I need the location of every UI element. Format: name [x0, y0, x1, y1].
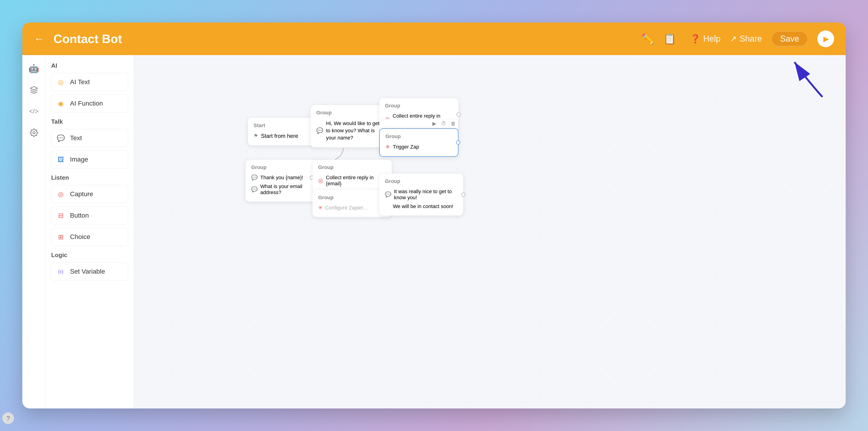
chat-icon-4b: 💬: [251, 187, 257, 193]
sidebar-item-code[interactable]: </>: [27, 105, 40, 118]
component-panel: AI ◎ AI Text ◉ AI Function Talk 💬 Text 🖼…: [45, 55, 134, 408]
component-ai-function-label: AI Function: [70, 100, 103, 107]
save-button[interactable]: Save: [771, 31, 808, 46]
help-button[interactable]: ❓ Help: [690, 34, 720, 44]
section-talk-label: Talk: [51, 118, 128, 125]
zapier-icon: ✳: [318, 205, 322, 211]
app-window: ← Contact Bot ✏️ 📋 ❓ Help ↗ Share Save 🤖: [22, 23, 846, 408]
header: ← Contact Bot ✏️ 📋 ❓ Help ↗ Share Save: [22, 23, 846, 55]
component-capture[interactable]: ◎ Capture: [51, 185, 128, 203]
group6-label: Group: [318, 195, 386, 201]
section-listen-label: Listen: [51, 174, 128, 181]
component-ai-text-label: AI Text: [70, 78, 90, 86]
image-icon: 🖼: [56, 155, 65, 164]
flag-icon: ⚑: [253, 133, 258, 139]
group7-label: Group: [385, 178, 458, 184]
edit-icon[interactable]: ✏️: [641, 33, 654, 45]
choice-icon: ⊞: [56, 232, 65, 241]
clock-action-icon[interactable]: ⏱: [441, 121, 446, 127]
main-area: 🤖 </> AI ◎ AI Text ◉ AI Function: [22, 55, 846, 408]
component-image[interactable]: 🖼 Image: [51, 151, 128, 169]
header-right: ❓ Help ↗ Share Save: [690, 30, 834, 47]
chat-icon-1: 💬: [316, 127, 323, 134]
sidebar-item-settings[interactable]: [27, 126, 40, 139]
component-set-variable-label: Set Variable: [70, 268, 105, 275]
ai-text-icon: ◎: [56, 77, 65, 87]
group7-row1: 💬 It was really nice to get to know you!: [385, 187, 458, 202]
ai-function-icon: ◉: [56, 99, 65, 108]
group2-label: Group: [385, 103, 453, 109]
group-node-3[interactable]: Group ✳ Trigger Zap: [379, 128, 458, 157]
chat-icon-4a: 💬: [251, 174, 257, 180]
group-node-7[interactable]: Group 💬 It was really nice to get to kno…: [379, 174, 463, 216]
section-logic-label: Logic: [51, 252, 128, 259]
flow-canvas[interactable]: Start ⚑ Start from here Group 💬 Hi, We w…: [134, 55, 846, 408]
component-text[interactable]: 💬 Text: [51, 129, 128, 147]
start-node-label: Start: [253, 123, 317, 129]
chat-icon-7a: 💬: [385, 192, 391, 198]
share-icon: ↗: [730, 34, 737, 44]
clipboard-icon[interactable]: 📋: [663, 33, 676, 45]
capture-icon-5: ◎: [318, 177, 323, 184]
svg-point-0: [33, 132, 35, 134]
trash-action-icon[interactable]: 🗑: [451, 121, 456, 127]
component-text-label: Text: [70, 134, 82, 142]
flow-connectors: [134, 55, 846, 408]
start-node-content: ⚑ Start from here: [253, 131, 317, 141]
capture-icon: ◎: [56, 190, 65, 199]
component-ai-text[interactable]: ◎ AI Text: [51, 73, 128, 91]
share-button[interactable]: ↗ Share: [730, 34, 762, 44]
group1-content: 💬 Hi, We would like to get to know you? …: [316, 119, 384, 143]
section-ai-label: AI: [51, 62, 128, 69]
help-circle-icon: ❓: [690, 34, 701, 44]
play-action-icon[interactable]: ▶: [432, 121, 436, 127]
sidebar-item-layers[interactable]: [27, 84, 40, 97]
icon-sidebar: 🤖 </>: [22, 55, 45, 408]
set-variable-icon: {x}: [56, 267, 65, 276]
component-set-variable[interactable]: {x} Set Variable: [51, 262, 128, 280]
group5-content: ◎ Collect entire reply in {email}: [318, 173, 386, 188]
group1-label: Group: [316, 110, 384, 116]
group2-action-bar: ▶ ⏱ 🗑: [379, 119, 458, 128]
component-capture-label: Capture: [70, 190, 93, 198]
arrow-indicator: [780, 58, 827, 99]
group7-row2: We will be in contact soon!: [385, 202, 458, 211]
page-title: Contact Bot: [54, 32, 641, 46]
component-image-label: Image: [70, 156, 88, 163]
group3-content: ✳ Trigger Zap: [385, 142, 453, 152]
component-button-label: Button: [70, 212, 89, 219]
back-button[interactable]: ←: [34, 33, 44, 45]
component-choice[interactable]: ⊞ Choice: [51, 228, 128, 246]
text-icon: 💬: [56, 133, 65, 143]
button-icon: ⊟: [56, 211, 65, 220]
component-ai-function[interactable]: ◉ AI Function: [51, 94, 128, 112]
group3-label: Group: [385, 133, 453, 139]
group-node-1[interactable]: Group 💬 Hi, We would like to get to know…: [311, 105, 390, 147]
header-icons: ✏️ 📋: [641, 33, 676, 45]
play-button[interactable]: [817, 30, 834, 47]
sidebar-item-bot[interactable]: 🤖: [27, 62, 40, 75]
component-button[interactable]: ⊟ Button: [51, 206, 128, 225]
component-choice-label: Choice: [70, 233, 90, 241]
group5-label: Group: [318, 164, 386, 170]
zap-icon: ✳: [385, 144, 390, 150]
group6-content: ✳ Configure Zapier...: [318, 203, 386, 212]
